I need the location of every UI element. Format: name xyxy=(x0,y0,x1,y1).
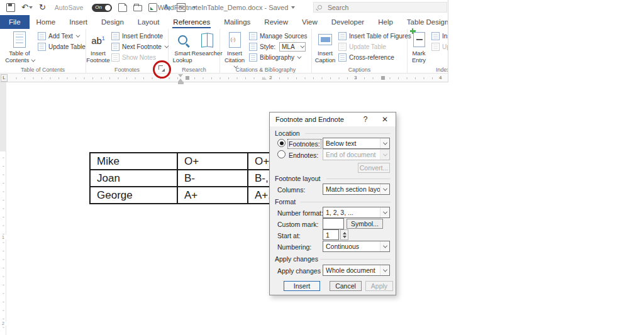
tab-insert[interactable]: Insert xyxy=(62,15,94,29)
mark-entry-button[interactable]: Mark Entry xyxy=(409,31,429,63)
tab-references[interactable]: References xyxy=(166,15,217,29)
start-at-spinner[interactable] xyxy=(340,229,348,240)
undo-button[interactable]: ↶ xyxy=(21,3,33,12)
save-icon[interactable] xyxy=(6,3,15,12)
insert-caption-button[interactable]: Insert Caption xyxy=(314,31,336,63)
researcher-button[interactable]: Researcher xyxy=(195,31,219,57)
insert-endnote-icon xyxy=(111,32,119,40)
insert-table-of-figures-button[interactable]: Insert Table of Figures xyxy=(338,32,411,40)
insert-index-button[interactable]: Insert xyxy=(431,32,448,40)
group-label: Captions xyxy=(312,67,407,73)
footnotes-radio-label[interactable]: Footnotes: xyxy=(289,140,320,148)
word-window-chrome: ↶ ↻ AutoSave On A) WordFootnoteInTable_D… xyxy=(0,0,448,82)
tab-design[interactable]: Design xyxy=(94,15,131,29)
chevron-down-icon xyxy=(380,138,389,148)
search-input[interactable] xyxy=(328,3,444,12)
tab-mailings[interactable]: Mailings xyxy=(217,15,257,29)
chevron-down-icon xyxy=(75,33,80,38)
chevron-down-icon xyxy=(380,265,389,275)
apply-changes-to-select[interactable]: Whole document xyxy=(323,265,390,276)
cross-reference-button[interactable]: Cross-reference xyxy=(338,53,411,62)
spinner-down-icon[interactable] xyxy=(343,236,347,238)
dialog-close-button[interactable]: ✕ xyxy=(374,115,396,124)
insert-footnote-button[interactable]: ab1 Insert Footnote xyxy=(87,31,109,63)
group-label: Citations & Bibliography xyxy=(220,67,311,73)
insert-citation-button[interactable]: Insert Citation xyxy=(223,31,247,70)
chevron-down-icon xyxy=(380,207,389,217)
table-cell[interactable]: B- xyxy=(177,170,248,187)
table-column-marker[interactable] xyxy=(381,76,385,80)
style-dropdown[interactable]: MLA xyxy=(279,42,306,52)
footnotes-location-select[interactable]: Below text xyxy=(323,138,390,149)
chevron-down-icon xyxy=(29,6,33,9)
update-table-captions-button: Update Table xyxy=(338,43,411,51)
group-citations-bibliography: Insert Citation Manage Sources Style: ML… xyxy=(220,29,312,74)
tab-stop-selector[interactable]: L xyxy=(1,74,8,82)
chevron-down-icon xyxy=(297,55,301,59)
style-selector[interactable]: Style: MLA xyxy=(249,43,308,51)
dialog-help-button[interactable]: ? xyxy=(357,115,374,124)
tab-layout[interactable]: Layout xyxy=(131,15,167,29)
update-table-button[interactable]: Update Table xyxy=(38,43,86,51)
tab-table-design[interactable]: Table Design xyxy=(400,15,448,29)
autosave-state: On xyxy=(95,4,102,10)
autosave-toggle[interactable]: On xyxy=(92,4,112,12)
spinner-up-icon[interactable] xyxy=(343,232,347,234)
update-table-icon xyxy=(38,43,46,51)
footnotes-radio[interactable] xyxy=(277,139,286,147)
update-table-icon xyxy=(338,43,347,51)
hanging-indent-marker[interactable] xyxy=(262,77,267,80)
indent-markers[interactable] xyxy=(178,74,184,85)
document-title[interactable]: WordFootnoteInTable_Demo.docx - Saved xyxy=(176,0,277,15)
new-document-icon[interactable] xyxy=(118,3,127,12)
smart-lookup-button[interactable]: Smart Lookup xyxy=(171,31,194,63)
custom-mark-input[interactable] xyxy=(323,218,344,229)
columns-select[interactable]: Match section layout xyxy=(323,184,390,195)
bibliography-icon xyxy=(249,53,257,62)
number-format-select[interactable]: 1, 2, 3, ... xyxy=(323,207,390,218)
bibliography-button[interactable]: Bibliography xyxy=(249,53,308,62)
vertical-ruler[interactable]: 1 2 xyxy=(0,82,6,335)
horizontal-ruler[interactable]: L 2 3 4 xyxy=(0,74,448,82)
cross-reference-icon xyxy=(338,53,347,62)
ribbon: Table of Contents Add Text Update Table … xyxy=(0,29,448,74)
ruler-number: 3 xyxy=(354,75,357,80)
tab-developer[interactable]: Developer xyxy=(325,15,371,29)
table-cell[interactable]: George xyxy=(90,187,177,204)
numbering-select[interactable]: Continuous xyxy=(323,241,390,252)
insert-button[interactable]: Insert xyxy=(284,281,320,291)
start-at-input[interactable]: 1 xyxy=(323,229,339,240)
tab-review[interactable]: Review xyxy=(257,15,295,29)
chevron-down-icon xyxy=(380,184,389,194)
chevron-down-icon xyxy=(291,6,295,9)
endnotes-radio-label[interactable]: Endnotes: xyxy=(289,151,318,159)
footnotes-dialog-launcher-icon[interactable] xyxy=(158,65,165,72)
table-of-contents-button[interactable]: Table of Contents xyxy=(3,31,36,63)
table-cell[interactable]: Mike xyxy=(90,153,177,170)
tab-help[interactable]: Help xyxy=(371,15,400,29)
chevron-down-icon xyxy=(31,57,35,62)
tab-file[interactable]: File xyxy=(0,15,30,29)
redo-icon[interactable]: ↻ xyxy=(39,3,46,12)
dialog-title: Footnote and Endnote xyxy=(275,116,357,123)
tab-home[interactable]: Home xyxy=(30,15,63,29)
insert-index-icon xyxy=(431,32,440,40)
tab-view[interactable]: View xyxy=(295,15,325,29)
cancel-button[interactable]: Cancel xyxy=(330,281,362,291)
open-folder-icon[interactable] xyxy=(133,5,142,11)
next-footnote-button[interactable]: Next Footnote xyxy=(111,43,167,51)
section-apply-changes: Apply changes xyxy=(275,255,391,263)
table-cell[interactable]: O+ xyxy=(177,153,248,170)
table-cell[interactable]: A+ xyxy=(177,187,248,204)
dialog-title-bar[interactable]: Footnote and Endnote ? ✕ xyxy=(270,113,396,126)
manage-sources-button[interactable]: Manage Sources xyxy=(249,32,308,40)
endnotes-radio[interactable] xyxy=(277,150,286,158)
chevron-down-icon xyxy=(380,150,389,160)
symbol-button[interactable]: Symbol... xyxy=(347,219,383,229)
search-box[interactable] xyxy=(313,2,447,13)
table-column-marker[interactable] xyxy=(186,76,189,80)
insert-endnote-button[interactable]: Insert Endnote xyxy=(111,32,167,40)
add-text-button[interactable]: Add Text xyxy=(38,32,86,40)
touch-mouse-mode-icon[interactable] xyxy=(148,3,157,12)
table-cell[interactable]: Joan xyxy=(90,170,177,187)
